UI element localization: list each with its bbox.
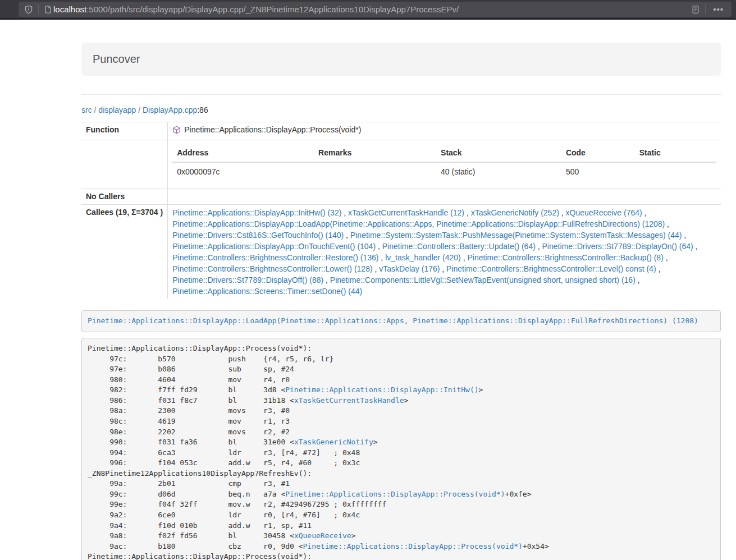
callee-link[interactable]: xTaskGenericNotify (252) [471, 208, 559, 217]
col-static: Static [635, 145, 716, 162]
callee-link[interactable]: Pinetime::Controllers::BrightnessControl… [446, 264, 656, 273]
page-icon[interactable] [44, 5, 52, 14]
stats-header-row: Address Remarks Stack Code Static [172, 145, 716, 162]
callee-link[interactable]: Pinetime::Controllers::BrightnessControl… [172, 264, 372, 273]
code-line: 994: 6ca3 ldr r3, [r4, #72] ; 0x48 [88, 448, 715, 458]
code-line: 980: 4604 mov r4, r0 [88, 375, 715, 385]
code-symbol-link[interactable]: Pinetime::Applications::DisplayApp::Proc… [285, 490, 505, 498]
url-text[interactable]: localhost:5000/path/src/displayapp/Displ… [53, 3, 691, 15]
callee-separator: , [440, 264, 446, 273]
callee-link[interactable]: Pinetime::Applications::Screens::Timer::… [172, 287, 362, 296]
code-line: 9a2: 6ce0 ldr r0, [r4, #76] ; 0x4c [88, 510, 715, 521]
reader-mode-icon[interactable] [691, 5, 700, 14]
callee-link[interactable]: xTaskGetCurrentTaskHandle (12) [348, 208, 464, 217]
no-callers-cell [168, 189, 721, 205]
highlight-symbol-link[interactable]: Pinetime::Applications::DisplayApp::Load… [88, 316, 698, 325]
static-value [635, 162, 716, 182]
breadcrumb-separator: / [92, 105, 99, 114]
remarks-value [314, 162, 436, 182]
overflow-menu-icon[interactable]: ••• [711, 3, 726, 15]
callee-link[interactable]: Pinetime::Drivers::St7789::DisplayOff() … [172, 276, 323, 284]
function-table: Function Pinetime::Applications::Display… [81, 122, 721, 300]
callee-link[interactable]: Pinetime::Applications::DisplayApp::Init… [172, 208, 341, 217]
no-callers-row: No Callers [81, 189, 721, 205]
breadcrumb-line-number: :86 [197, 105, 208, 114]
callee-separator: , [536, 242, 542, 251]
urlbar-separator-2 [705, 4, 706, 14]
function-row: Function Pinetime::Applications::Display… [81, 122, 721, 140]
code-symbol-link[interactable]: xTaskGetCurrentTaskHandle [294, 396, 404, 405]
code-line: 986: f031 f8c7 bl 31b18 <xTaskGetCurrent… [88, 396, 715, 406]
breadcrumb-link-src[interactable]: src [81, 105, 92, 114]
callee-separator: , [664, 253, 668, 262]
callee-separator: , [344, 231, 350, 240]
callee-link[interactable]: Pinetime::Controllers::BrightnessControl… [172, 253, 378, 262]
breadcrumb-link-DisplayApp.cpp[interactable]: DisplayApp.cpp [143, 105, 197, 114]
code-line: 9a8: f02f fd56 bl 30458 <xQueueReceive> [88, 531, 715, 541]
function-name: Pinetime::Applications::DisplayApp::Proc… [184, 125, 361, 134]
stack-value: 40 (static) [436, 162, 561, 182]
code-symbol-link[interactable]: xTaskGenericNotify [294, 438, 373, 446]
callee-link[interactable]: lv_task_handler (420) [385, 253, 461, 262]
url-bar[interactable]: localhost:5000/path/src/displayapp/Displ… [19, 2, 732, 17]
callee-link[interactable]: Pinetime::Controllers::Battery::Update()… [382, 242, 536, 251]
callee-link[interactable]: vTaskDelay (176) [379, 264, 440, 273]
callee-link[interactable]: Pinetime::Applications::DisplayApp::Load… [172, 219, 665, 228]
callees-list: Pinetime::Applications::DisplayApp::Init… [168, 205, 721, 300]
highlight-symbol-box: Pinetime::Applications::DisplayApp::Load… [81, 310, 721, 332]
no-callers-label: No Callers [81, 189, 168, 205]
page-title: Puncover [93, 51, 710, 67]
code-symbol-link[interactable]: xQueueReceive [294, 531, 351, 540]
stats-cell: Address Remarks Stack Code Static 0x0000… [168, 140, 721, 189]
app-header: Puncover [81, 43, 721, 76]
urlbar-separator [38, 4, 39, 14]
callee-separator: , [464, 208, 471, 217]
col-remarks: Remarks [314, 145, 436, 162]
code-symbol-link[interactable]: Pinetime::Applications::DisplayApp::Proc… [303, 542, 523, 550]
callee-separator: , [656, 264, 661, 273]
callee-link[interactable]: Pinetime::Applications::DisplayApp::OnTo… [172, 242, 376, 251]
callee-separator: , [378, 253, 385, 262]
page-container: Puncover src / displayapp / DisplayApp.c… [81, 43, 721, 560]
callee-link[interactable]: Pinetime::System::SystemTask::PushMessag… [350, 231, 682, 240]
code-line: Pinetime::Applications::DisplayApp::Proc… [88, 343, 715, 354]
callee-separator: , [642, 208, 647, 217]
col-address: Address [172, 145, 314, 162]
callee-separator: , [341, 208, 348, 217]
code-line: 982: f7ff fd29 bl 3d8 <Pinetime::Applica… [88, 385, 715, 396]
code-line: 996: f104 053c add.w r5, r4, #60 ; 0x3c [88, 458, 715, 469]
disassembly-block: Pinetime::Applications::DisplayApp::Proc… [81, 338, 721, 560]
function-label: Function [81, 122, 168, 140]
callee-separator: , [323, 276, 330, 284]
code-line: 99a: 2b01 cmp r3, #1 [88, 479, 715, 489]
callees-label: Callees (19, Σ=3704 ) [81, 205, 168, 300]
code-value: 500 [561, 162, 635, 182]
col-stack: Stack [436, 145, 561, 162]
code-line: _ZN8Pinetime12Applications10DisplayApp7R… [88, 469, 715, 479]
callee-link[interactable]: Pinetime::Drivers::St7789::DisplayOn() (… [542, 242, 693, 251]
shield-icon[interactable] [24, 5, 33, 14]
stats-table: Address Remarks Stack Code Static 0x0000… [172, 145, 716, 182]
stats-row-spacer [81, 140, 168, 189]
callee-separator: , [376, 242, 382, 251]
callee-link[interactable]: xQueueReceive (764) [566, 208, 642, 217]
callee-link[interactable]: Pinetime::Drivers::Cst816S::GetTouchInfo… [172, 231, 344, 240]
stats-row: Address Remarks Stack Code Static 0x0000… [81, 140, 721, 189]
breadcrumb-link-displayapp[interactable]: displayapp [98, 105, 136, 114]
callee-separator: , [373, 264, 380, 273]
url-host: localhost [53, 4, 86, 14]
symbol-cube-icon [172, 126, 181, 137]
url-path: :5000/path/src/displayapp/DisplayApp.cpp… [86, 4, 459, 14]
browser-toolbar: localhost:5000/path/src/displayapp/Displ… [0, 0, 736, 20]
code-line: 97e: b086 sub sp, #24 [88, 364, 715, 375]
callee-separator: , [682, 231, 686, 240]
callee-link[interactable]: Pinetime::Components::LittleVgl::SetNewT… [330, 276, 636, 284]
code-line: 9a4: f10d 010b add.w r1, sp, #11 [88, 521, 715, 531]
code-symbol-link[interactable]: Pinetime::Applications::DisplayApp::Init… [285, 385, 478, 394]
callee-separator: , [559, 208, 566, 217]
code-line: Pinetime::Applications::DisplayApp::Proc… [88, 552, 715, 560]
code-line: 99e: f04f 32ff mov.w r2, #4294967295 ; 0… [88, 499, 715, 510]
col-code: Code [561, 145, 635, 162]
code-line: 98a: 2300 movs r3, #0 [88, 406, 715, 416]
callee-link[interactable]: Pinetime::Controllers::BrightnessControl… [467, 253, 663, 262]
